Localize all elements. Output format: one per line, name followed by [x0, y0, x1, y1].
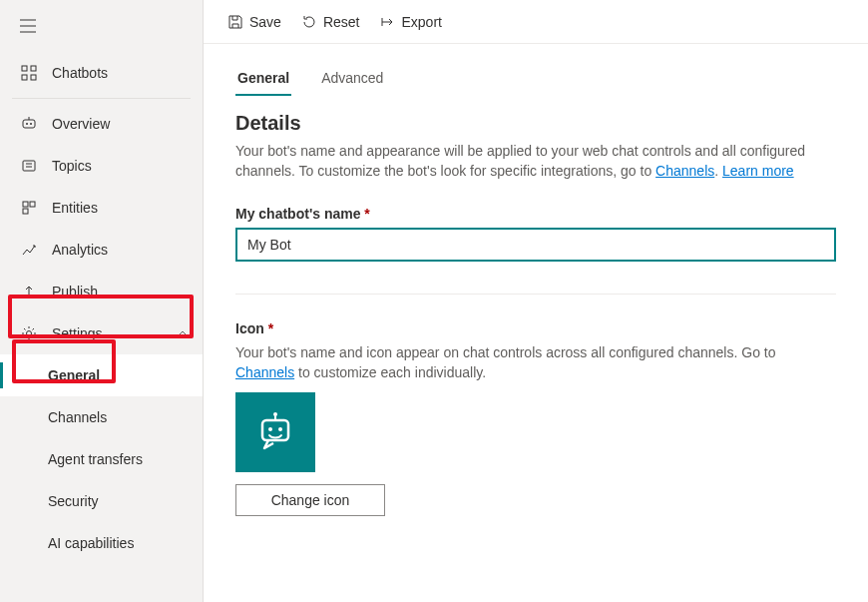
- label: General: [237, 70, 289, 86]
- tab-advanced[interactable]: Advanced: [319, 62, 385, 96]
- sidebar-item-analytics[interactable]: Analytics: [0, 229, 203, 271]
- topics-icon: [20, 157, 38, 175]
- desc-text-b: to customize each individually.: [294, 364, 486, 380]
- label: Advanced: [321, 70, 383, 86]
- svg-point-6: [30, 123, 32, 125]
- sidebar-item-publish[interactable]: Publish: [0, 271, 203, 312]
- grid-icon: [20, 64, 38, 82]
- icon-field-label: Icon *: [235, 320, 836, 336]
- svg-point-5: [26, 123, 28, 125]
- svg-point-12: [273, 412, 277, 416]
- svg-rect-7: [23, 161, 35, 171]
- label: Save: [249, 14, 281, 30]
- label: Export: [402, 14, 442, 30]
- svg-rect-0: [22, 66, 27, 71]
- name-field-label: My chatbot's name *: [235, 206, 836, 222]
- reset-button[interactable]: Reset: [291, 8, 370, 36]
- svg-point-14: [268, 427, 272, 431]
- sidebar-sub-agent-transfers[interactable]: Agent transfers: [0, 438, 203, 480]
- section-separator: [235, 294, 836, 295]
- details-title: Details: [235, 112, 836, 135]
- export-button[interactable]: Export: [370, 8, 452, 36]
- label: Channels: [48, 409, 107, 425]
- desc-sep: .: [714, 163, 722, 179]
- sidebar: Chatbots Overview Topics Entities Analyt…: [0, 0, 204, 602]
- tab-general[interactable]: General: [235, 62, 291, 96]
- publish-icon: [20, 283, 38, 301]
- label: Analytics: [52, 242, 203, 258]
- sidebar-item-topics[interactable]: Topics: [0, 145, 203, 187]
- sidebar-item-chatbots[interactable]: Chatbots: [0, 52, 203, 94]
- toolbar: Save Reset Export: [204, 0, 868, 44]
- desc-text: Your bot's name and icon appear on chat …: [235, 344, 776, 360]
- sidebar-sub-channels[interactable]: Channels: [0, 396, 203, 438]
- hamburger-menu[interactable]: [8, 6, 48, 46]
- sidebar-item-overview[interactable]: Overview: [0, 103, 203, 145]
- main-area: Save Reset Export General Advanced Detai…: [204, 0, 868, 602]
- icon-description: Your bot's name and icon appear on chat …: [235, 342, 836, 383]
- sidebar-item-settings[interactable]: Settings: [0, 312, 203, 354]
- label: Overview: [52, 116, 203, 132]
- label: Topics: [52, 158, 203, 174]
- label: Publish: [52, 284, 203, 300]
- svg-point-15: [278, 427, 282, 431]
- label: Reset: [323, 14, 360, 30]
- change-icon-button[interactable]: Change icon: [235, 484, 385, 516]
- sidebar-label-chatbots: Chatbots: [52, 65, 203, 81]
- label: Settings: [52, 325, 177, 341]
- sidebar-sub-security[interactable]: Security: [0, 480, 203, 522]
- svg-rect-9: [30, 202, 35, 207]
- label: Entities: [52, 200, 203, 216]
- details-description: Your bot's name and appearance will be a…: [235, 141, 836, 182]
- reset-icon: [301, 14, 317, 30]
- label: Agent transfers: [48, 451, 143, 467]
- learn-more-link[interactable]: Learn more: [722, 163, 794, 179]
- label-text: Icon: [235, 320, 264, 336]
- svg-point-11: [27, 331, 32, 336]
- analytics-icon: [20, 241, 38, 259]
- bot-icon-preview: [235, 392, 315, 472]
- gear-icon: [20, 324, 38, 342]
- svg-rect-4: [23, 120, 35, 128]
- sidebar-divider: [12, 98, 191, 99]
- icon-channels-link[interactable]: Channels: [235, 364, 294, 380]
- label: General: [48, 367, 100, 383]
- required-asterisk: *: [364, 206, 369, 222]
- svg-rect-10: [23, 209, 28, 214]
- label: Security: [48, 493, 99, 509]
- save-icon: [227, 14, 243, 30]
- label-text: My chatbot's name: [235, 206, 360, 222]
- svg-rect-3: [31, 75, 36, 80]
- sidebar-sub-ai-capabilities[interactable]: AI capabilities: [0, 522, 203, 564]
- chatbot-name-input[interactable]: [235, 228, 836, 262]
- channels-link[interactable]: Channels: [655, 163, 714, 179]
- label: AI capabilities: [48, 535, 134, 551]
- export-icon: [380, 14, 396, 30]
- hamburger-icon: [20, 19, 36, 33]
- chevron-up-icon: [177, 327, 189, 339]
- content: General Advanced Details Your bot's name…: [204, 44, 868, 536]
- required-asterisk: *: [268, 320, 273, 336]
- svg-rect-1: [31, 66, 36, 71]
- svg-rect-2: [22, 75, 27, 80]
- save-button[interactable]: Save: [217, 8, 291, 36]
- sidebar-item-entities[interactable]: Entities: [0, 187, 203, 229]
- bot-icon: [20, 115, 38, 133]
- tabs: General Advanced: [235, 62, 836, 96]
- entities-icon: [20, 199, 38, 217]
- sidebar-sub-general[interactable]: General: [0, 354, 203, 396]
- svg-rect-8: [23, 202, 28, 207]
- chatbot-icon: [253, 410, 297, 454]
